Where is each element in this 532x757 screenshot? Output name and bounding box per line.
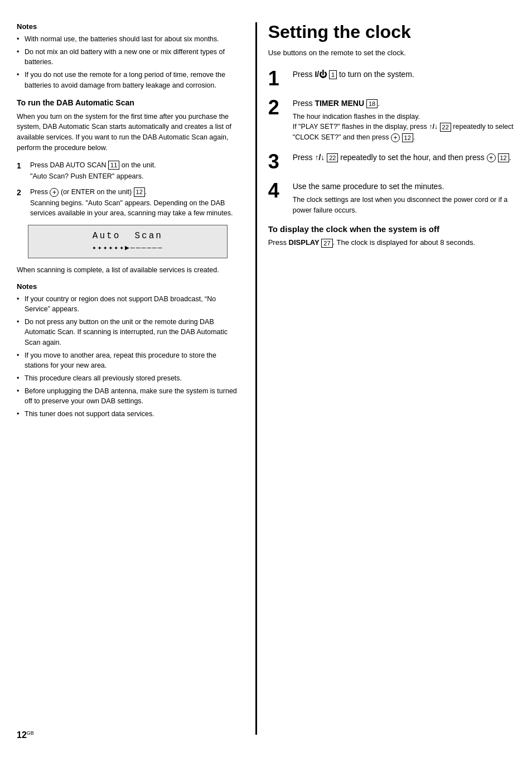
step-num: 1 — [17, 160, 27, 181]
step-content: Press I/⏻ 1 to turn on the system. — [293, 69, 515, 80]
circle-plus-icon: + — [391, 133, 400, 142]
step-text: Press ↑/↓ 22 repeatedly to set the hour,… — [293, 153, 511, 162]
button-ref-22: 22 — [440, 123, 451, 132]
dab-section: To run the DAB Automatic Scan When you t… — [17, 98, 239, 276]
left-column: Notes With normal use, the batteries sho… — [17, 22, 255, 735]
list-item: If your country or region does not suppo… — [17, 294, 239, 314]
left-step-1: 1 Press DAB AUTO SCAN 11 on the unit. "A… — [17, 160, 239, 181]
list-item: With normal use, the batteries should la… — [17, 34, 239, 44]
circle-plus-icon: + — [50, 188, 59, 197]
dab-intro: When you turn on the system for the firs… — [17, 112, 239, 153]
notes-title-1: Notes — [17, 22, 239, 31]
auto-scan-display: Auto Scan ✦✦✦✦✦✦▶—————— — [28, 225, 228, 258]
step-content: Press ↑/↓ 22 repeatedly to set the hour,… — [293, 152, 515, 163]
step-main: Press TIMER MENU 18. — [293, 99, 380, 108]
notes-title-2: Notes — [17, 282, 239, 291]
step-subtext: The clock settings are lost when you dis… — [293, 195, 515, 216]
step-number: 2 — [268, 98, 288, 118]
step-text: Press + (or ENTER on the unit) 12. — [30, 188, 147, 196]
step-content: Press TIMER MENU 18. The hour indication… — [293, 98, 515, 143]
button-ref-12: 12 — [402, 133, 413, 142]
page-title: Setting the clock — [268, 22, 515, 42]
button-ref-12b: 12 — [498, 153, 509, 162]
right-step-1: 1 Press I/⏻ 1 to turn on the system. — [268, 69, 515, 89]
list-item: Do not press any button on the unit or t… — [17, 317, 239, 347]
display-clock-text: Press DISPLAY 27. The clock is displayed… — [268, 238, 515, 248]
button-ref-18: 18 — [366, 99, 378, 108]
step-number: 4 — [268, 181, 288, 201]
right-step-4: 4 Use the same procedure to set the minu… — [268, 181, 515, 216]
notes-section-2: Notes If your country or region does not… — [17, 282, 239, 419]
after-scan-text: When scanning is complete, a list of ava… — [17, 265, 239, 276]
step-content: Use the same procedure to set the minute… — [293, 181, 515, 216]
list-item: Before unplugging the DAB antenna, make … — [17, 386, 239, 406]
list-item: This procedure clears all previously sto… — [17, 373, 239, 383]
step-num: 2 — [17, 187, 27, 218]
list-item: Do not mix an old battery with a new one… — [17, 47, 239, 67]
list-item: If you move to another area, repeat this… — [17, 350, 239, 370]
notes-list-1: With normal use, the batteries should la… — [17, 34, 239, 90]
step-subtext: The hour indication flashes in the displ… — [293, 112, 515, 143]
button-ref-11: 11 — [108, 161, 119, 170]
right-step-3: 3 Press ↑/↓ 22 repeatedly to set the hou… — [268, 152, 515, 172]
step-number: 1 — [268, 69, 288, 89]
step-text: Press I/⏻ 1 to turn on the system. — [293, 70, 414, 79]
circle-plus-icon: + — [487, 153, 496, 162]
list-item: This tuner does not support data service… — [17, 409, 239, 419]
step-note: "Auto Scan? Push ENTER" appears. — [30, 171, 239, 181]
left-step-2: 2 Press + (or ENTER on the unit) 12. Sca… — [17, 187, 239, 218]
button-ref-12: 12 — [134, 187, 145, 196]
notes-list-2: If your country or region does not suppo… — [17, 294, 239, 419]
step-note: Scanning begins. "Auto Scan" appears. De… — [30, 198, 239, 218]
button-ref-27: 27 — [321, 239, 332, 248]
step-content: Press DAB AUTO SCAN 11 on the unit. "Aut… — [30, 160, 239, 181]
step-content: Press + (or ENTER on the unit) 12. Scann… — [30, 187, 239, 218]
notes-section-1: Notes With normal use, the batteries sho… — [17, 22, 239, 90]
step-main: Use the same procedure to set the minute… — [293, 182, 444, 191]
display-line1: Auto Scan — [40, 231, 216, 241]
display-line2: ✦✦✦✦✦✦▶—————— — [40, 243, 216, 252]
right-step-2: 2 Press TIMER MENU 18. The hour indicati… — [268, 98, 515, 143]
page: Notes With normal use, the batteries sho… — [0, 0, 532, 757]
list-item: If you do not use the remote for a long … — [17, 70, 239, 90]
display-clock-section: To display the clock when the system is … — [268, 224, 515, 248]
button-ref-22b: 22 — [327, 153, 338, 162]
right-column: Setting the clock Use buttons on the rem… — [255, 22, 515, 735]
display-clock-heading: To display the clock when the system is … — [268, 224, 515, 234]
step-number: 3 — [268, 152, 288, 172]
right-intro: Use buttons on the remote to set the clo… — [268, 47, 515, 59]
step-text: Press DAB AUTO SCAN 11 on the unit. — [30, 161, 156, 169]
button-ref-1: 1 — [329, 70, 337, 79]
dab-heading: To run the DAB Automatic Scan — [17, 98, 239, 107]
page-number: 12GB — [17, 730, 34, 740]
